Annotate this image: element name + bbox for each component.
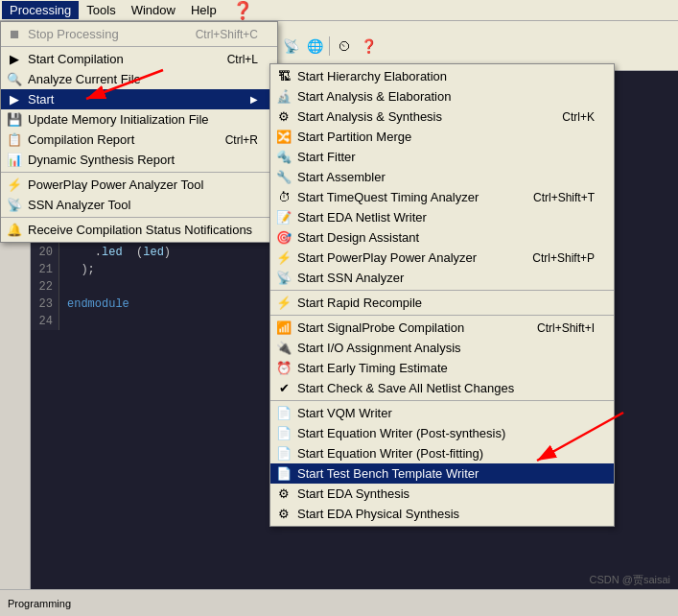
eda-physical-item[interactable]: ⚙ Start EDA Physical Synthesis <box>270 504 614 524</box>
partition-icon: 🔀 <box>274 128 293 147</box>
synth2-icon: ⚙ <box>274 107 293 127</box>
menubar-processing[interactable]: Processing <box>2 1 79 19</box>
sep3 <box>1 217 277 218</box>
vqm-icon: 📄 <box>274 404 293 423</box>
tb-question[interactable]: ❓ <box>357 35 380 58</box>
sep5 <box>270 315 614 316</box>
signal-shortcut: Ctrl+Shift+I <box>518 321 595 335</box>
receive-notifications-item[interactable]: 🔔 Receive Compilation Status Notificatio… <box>1 220 277 240</box>
check-icon: ✔ <box>274 379 293 398</box>
tb-sep3 <box>329 36 330 56</box>
compile-icon: ▶ <box>5 50 24 69</box>
assembler-icon: 🔧 <box>274 168 293 187</box>
dynamic-synthesis-item[interactable]: 📊 Dynamic Synthesis Report <box>1 150 277 170</box>
bottom-status: Programming <box>8 598 71 609</box>
io-icon: 🔌 <box>274 339 293 358</box>
timequest-shortcut: Ctrl+Shift+T <box>514 191 595 204</box>
analysis-synthesis-item[interactable]: ⚙ Start Analysis & Synthesis Ctrl+K <box>270 107 614 127</box>
testbench-writer-item[interactable]: 📄 Start Test Bench Template Writer <box>270 463 614 484</box>
signalprobe-item[interactable]: 📶 Start SignalProbe Compilation Ctrl+Shi… <box>270 318 614 338</box>
sep1 <box>1 46 277 47</box>
hierarchy-elaboration-item[interactable]: 🏗 Start Hierarchy Elaboration <box>270 66 614 86</box>
ssn-analyzer-item[interactable]: 📡 Start SSN Analyzer <box>270 268 614 288</box>
partition-merge-item[interactable]: 🔀 Start Partition Merge <box>270 127 614 147</box>
analyze-icon: 🔍 <box>5 70 24 89</box>
sep4 <box>270 290 614 291</box>
timing-icon: ⏱ <box>274 188 293 207</box>
eq-writer-synthesis-item[interactable]: 📄 Start Equation Writer (Post-synthesis) <box>270 423 614 443</box>
menubar: Processing Tools Window Help ❓ <box>0 0 678 21</box>
vqm-writer-item[interactable]: 📄 Start VQM Writer <box>270 403 614 423</box>
ssn-icon: 📡 <box>5 196 24 215</box>
menubar-help[interactable]: Help <box>183 1 224 19</box>
sep6 <box>270 400 614 401</box>
power-icon: ⚡ <box>274 249 293 268</box>
processing-dropdown: ⏹ Stop Processing Ctrl+Shift+C ▶ Start C… <box>0 21 278 243</box>
start-arrow: ▶ <box>250 94 258 105</box>
powerplay-shortcut: Ctrl+Shift+P <box>513 251 595 265</box>
powerplay-item[interactable]: ⚡ PowerPlay Power Analyzer Tool <box>1 175 277 195</box>
signal-icon: 📶 <box>274 319 293 338</box>
compilation-report-item[interactable]: 📋 Compilation Report Ctrl+R <box>1 130 277 150</box>
edasynth-icon: ⚙ <box>274 485 293 504</box>
eq1-icon: 📄 <box>274 424 293 443</box>
update-memory-item[interactable]: 💾 Update Memory Initialization File <box>1 109 277 130</box>
powerplay-icon: ⚡ <box>5 176 24 195</box>
start-compilation-item[interactable]: ▶ Start Compilation Ctrl+L <box>1 49 277 69</box>
eq2-icon: 📄 <box>274 444 293 463</box>
memory-icon: 💾 <box>5 110 24 130</box>
assembler-item[interactable]: 🔧 Start Assembler <box>270 167 614 187</box>
analyze-current-file-item[interactable]: 🔍 Analyze Current File <box>1 69 277 89</box>
eda-icon: 📝 <box>274 208 293 227</box>
rapid-recompile-item[interactable]: ⚡ Start Rapid Recompile <box>270 293 614 313</box>
early-timing-item[interactable]: ⏰ Start Early Timing Estimate <box>270 358 614 378</box>
report-icon: 📋 <box>5 130 24 150</box>
check-save-item[interactable]: ✔ Start Check & Save All Netlist Changes <box>270 378 614 398</box>
analysis-elaboration-item[interactable]: 🔬 Start Analysis & Elaboration <box>270 86 614 107</box>
stop-processing-item[interactable]: ⏹ Stop Processing Ctrl+Shift+C <box>1 24 277 44</box>
start-label: Start <box>28 92 54 107</box>
menubar-tools[interactable]: Tools <box>79 1 123 19</box>
start-icon: ▶ <box>5 90 24 109</box>
start-item[interactable]: ▶ Start ▶ <box>1 89 277 109</box>
stop-icon: ⏹ <box>5 25 24 44</box>
ssn2-icon: 📡 <box>274 269 293 288</box>
notify-icon: 🔔 <box>5 221 24 240</box>
synth-icon: 📊 <box>5 151 24 170</box>
hier-icon: 🏗 <box>274 67 293 86</box>
rapid-icon: ⚡ <box>274 294 293 313</box>
compile-shortcut: Ctrl+L <box>208 53 258 66</box>
timequest-item[interactable]: ⏱ Start TimeQuest Timing Analyzer Ctrl+S… <box>270 187 614 207</box>
io-assignment-item[interactable]: 🔌 Start I/O Assignment Analysis <box>270 338 614 358</box>
tb-timing[interactable]: ⏲ <box>333 35 356 58</box>
menubar-window[interactable]: Window <box>124 1 183 19</box>
help-icon: ❓ <box>232 0 253 21</box>
fitter-icon: 🔩 <box>274 148 293 167</box>
bottom-bar: Programming <box>0 589 678 616</box>
start-submenu: 🏗 Start Hierarchy Elaboration 🔬 Start An… <box>269 63 615 527</box>
sep2 <box>1 172 277 173</box>
testbench-icon: 📄 <box>274 464 293 484</box>
synth-shortcut: Ctrl+K <box>543 110 595 124</box>
powerplay-analyzer-item[interactable]: ⚡ Start PowerPlay Power Analyzer Ctrl+Sh… <box>270 248 614 268</box>
ssn-item[interactable]: 📡 SSN Analyzer Tool <box>1 195 277 215</box>
analysis-icon: 🔬 <box>274 87 293 107</box>
stop-shortcut: Ctrl+Shift+C <box>176 28 258 41</box>
timing2-icon: ⏰ <box>274 359 293 378</box>
report-shortcut: Ctrl+R <box>206 133 258 147</box>
tb-signal[interactable]: 📡 <box>279 35 302 58</box>
fitter-item[interactable]: 🔩 Start Fitter <box>270 147 614 167</box>
design-icon: 🎯 <box>274 228 293 248</box>
edaphys-icon: ⚙ <box>274 505 293 524</box>
watermark: CSDN @贾saisai <box>589 573 670 587</box>
testbench-label: Start Test Bench Template Writer <box>297 466 479 481</box>
design-assistant-item[interactable]: 🎯 Start Design Assistant <box>270 227 614 248</box>
eq-writer-fitting-item[interactable]: 📄 Start Equation Writer (Post-fitting) <box>270 443 614 463</box>
eda-netlist-item[interactable]: 📝 Start EDA Netlist Writer <box>270 207 614 227</box>
tb-globe[interactable]: 🌐 <box>303 35 326 58</box>
eda-synthesis-item[interactable]: ⚙ Start EDA Synthesis <box>270 484 614 504</box>
